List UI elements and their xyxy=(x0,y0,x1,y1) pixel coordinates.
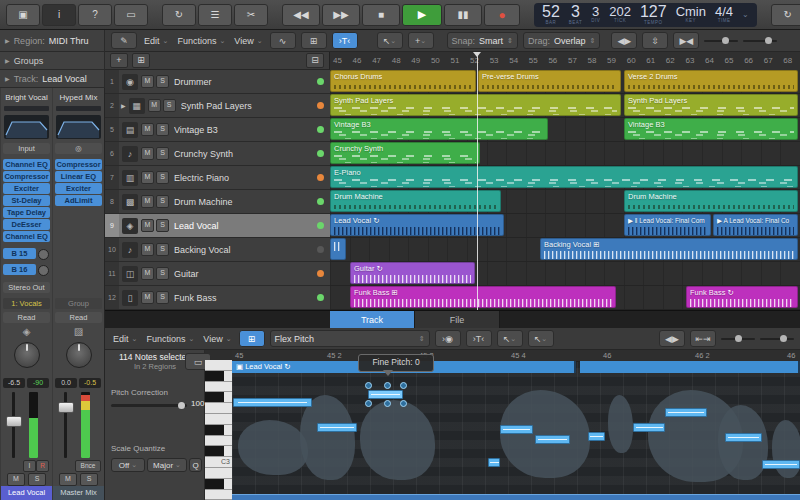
mute-button[interactable]: M xyxy=(141,75,154,88)
stop-button[interactable]: ■ xyxy=(362,4,400,26)
editor-vzoom-slider[interactable] xyxy=(721,338,755,340)
region[interactable]: Verse 2 Drums xyxy=(624,70,798,92)
input-gain-button[interactable]: ◎ xyxy=(55,143,102,154)
toolbar-toggle-icon[interactable]: ▭ xyxy=(114,4,148,26)
input-gain-button[interactable]: Input xyxy=(3,143,50,154)
record-enable-dot[interactable] xyxy=(317,198,324,205)
inspector-icon[interactable]: i xyxy=(42,4,76,26)
mute-button[interactable]: M xyxy=(141,291,154,304)
region[interactable]: Guitar ↻ xyxy=(350,262,475,284)
editors-icon[interactable]: ✂ xyxy=(234,4,268,26)
functions-menu[interactable]: Functions⌄ xyxy=(175,36,227,46)
black-key[interactable] xyxy=(205,371,232,382)
plugin-slot[interactable]: Tape Delay xyxy=(3,207,50,218)
record-button[interactable]: ● xyxy=(484,4,520,26)
black-key[interactable] xyxy=(205,479,232,490)
region[interactable]: Funk Bass ⊞ xyxy=(350,286,616,308)
mute-button[interactable]: M xyxy=(59,473,77,486)
note-handle[interactable] xyxy=(384,400,391,407)
eq-thumbnail[interactable] xyxy=(56,115,101,139)
record-enable-dot[interactable] xyxy=(317,294,324,301)
track-row[interactable]: 8▩MSDrum Machine xyxy=(105,190,330,214)
send-knob[interactable] xyxy=(38,249,49,260)
collapse-icon[interactable]: ▶◀ xyxy=(673,32,699,49)
plugin-slot[interactable]: Linear EQ xyxy=(55,171,102,182)
flex-toggle-icon[interactable]: ⊞ xyxy=(239,330,265,347)
flex-pitch-editor[interactable]: 4545 245 345 44646 246 3▣ Lead Vocal ↻Fi… xyxy=(232,350,800,500)
secondary-tool-select[interactable]: + ⌄ xyxy=(408,32,434,49)
solo-button[interactable]: S xyxy=(156,123,169,136)
plugin-slot[interactable]: St-Delay xyxy=(3,195,50,206)
vertical-zoom-slider[interactable] xyxy=(704,40,738,42)
record-enable-dot[interactable] xyxy=(317,126,324,133)
lcd-display[interactable]: 52BAR3BEAT3DIV202TICK127TEMPOCminKEY4/4T… xyxy=(534,3,757,27)
tab-track[interactable]: Track xyxy=(330,311,415,329)
plugin-slot[interactable]: Compressor xyxy=(55,159,102,170)
lcd-cell-time[interactable]: 4/4TIME xyxy=(715,5,733,24)
flex-pitch-note[interactable] xyxy=(633,423,665,432)
disclosure-icon[interactable]: ▶ xyxy=(121,102,126,109)
mute-button[interactable]: M xyxy=(141,195,154,208)
white-key[interactable] xyxy=(205,414,232,425)
lcd-cell-beat[interactable]: 3BEAT xyxy=(569,4,582,26)
automation-mode-button[interactable]: Read xyxy=(3,312,50,323)
horizontal-zoom-slider[interactable] xyxy=(743,40,777,42)
pitch-correction-slider[interactable] xyxy=(111,404,187,407)
region[interactable]: Drum Machine xyxy=(330,190,501,212)
track-row[interactable]: 1◉MSDrummer xyxy=(105,70,330,94)
region-inspector-header[interactable]: ▶ Region: MIDI Thru xyxy=(0,30,105,52)
editor-functions-menu[interactable]: Functions⌄ xyxy=(144,334,196,344)
scale-type-select[interactable]: Major⌄ xyxy=(147,458,187,472)
input-monitor-button[interactable]: I xyxy=(23,460,36,472)
channel-strip-footer[interactable]: Lead Vocal xyxy=(1,486,52,500)
channel-strip-footer[interactable]: Master Mix xyxy=(53,486,104,500)
white-key[interactable] xyxy=(205,403,232,414)
pencil-tool-icon[interactable]: ✎ xyxy=(111,32,137,49)
volume-value[interactable]: 0.0 xyxy=(55,378,77,388)
record-enable-dot[interactable] xyxy=(317,270,324,277)
record-enable-dot[interactable] xyxy=(317,150,324,157)
solo-button[interactable]: S xyxy=(156,75,169,88)
solo-button[interactable]: S xyxy=(163,99,176,112)
track-row[interactable]: 9◈MSLead Vocal xyxy=(105,214,330,238)
track-row[interactable]: 2▶▦MSSynth Pad Layers xyxy=(105,94,330,118)
lcd-cell-bar[interactable]: 52BAR xyxy=(542,4,560,26)
flex-pitch-note[interactable] xyxy=(500,425,533,434)
fader-cap[interactable] xyxy=(58,402,74,413)
pan-knob[interactable] xyxy=(14,342,40,368)
flex-pitch-note[interactable] xyxy=(762,460,800,469)
white-key[interactable]: C3 xyxy=(205,457,232,468)
solo-button[interactable]: S xyxy=(156,147,169,160)
record-enable-dot[interactable] xyxy=(317,222,324,229)
bar-ruler[interactable]: 4546474849505152535455565758596061626364… xyxy=(330,52,800,71)
plugin-slot[interactable]: DeEsser xyxy=(3,219,50,230)
editor-hzoom-slider[interactable] xyxy=(760,338,794,340)
record-enable-dot[interactable] xyxy=(317,174,324,181)
solo-button[interactable]: S xyxy=(156,195,169,208)
mixer-icon[interactable]: ☰ xyxy=(198,4,232,26)
solo-button[interactable]: S xyxy=(80,473,98,486)
groups-header[interactable]: ▶ Groups xyxy=(0,52,105,70)
solo-button[interactable]: S xyxy=(156,291,169,304)
track-row[interactable]: 5▤MSVintage B3 xyxy=(105,118,330,142)
track-row[interactable]: 11◫MSGuitar xyxy=(105,262,330,286)
record-enable-dot[interactable] xyxy=(317,78,324,85)
solo-button[interactable]: S xyxy=(156,171,169,184)
view-menu[interactable]: View⌄ xyxy=(232,36,264,46)
region[interactable]: Drum Machine xyxy=(624,190,798,212)
send-slot[interactable]: B 16 xyxy=(3,264,36,275)
plugin-slot[interactable]: Exciter xyxy=(55,183,102,194)
track-inspector-header[interactable]: ▶ Track: Lead Vocal xyxy=(0,70,105,88)
flex-pitch-icon[interactable]: ›T‹ xyxy=(332,32,358,49)
solo-button[interactable]: S xyxy=(28,473,46,486)
group-button[interactable]: 1: Vocals xyxy=(3,298,50,309)
mute-button[interactable]: M xyxy=(141,171,154,184)
white-key[interactable] xyxy=(205,436,232,447)
peak-value[interactable]: -0.5 xyxy=(79,378,101,388)
fader-cap[interactable] xyxy=(6,416,22,427)
group-button[interactable]: Group xyxy=(55,298,102,309)
plugin-slot[interactable]: Exciter xyxy=(3,183,50,194)
track-row[interactable]: 7▥MSElectric Piano xyxy=(105,166,330,190)
smart-controls-icon[interactable]: ↻ xyxy=(162,4,196,26)
note-handle[interactable] xyxy=(384,382,391,389)
